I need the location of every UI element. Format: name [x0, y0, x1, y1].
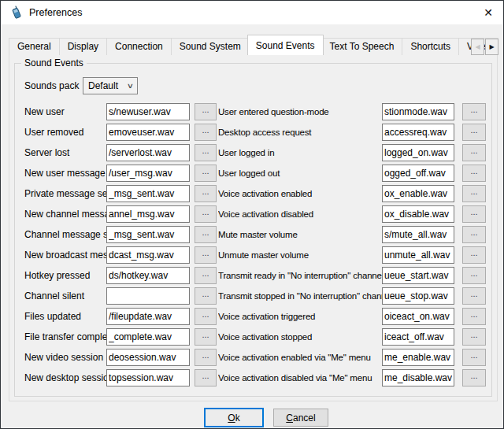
sound-file-input[interactable] [106, 246, 190, 264]
browse-button[interactable]: ... [195, 369, 217, 386]
event-label: User logged in [218, 148, 382, 157]
sound-file-input[interactable] [106, 267, 190, 284]
event-label: Channel silent [24, 290, 106, 301]
sound-event-row: New broadcast message ... Unmute master … [15, 245, 491, 265]
tab-shortcuts[interactable]: Shortcuts [402, 38, 459, 55]
browse-button[interactable]: ... [462, 349, 486, 366]
sound-file-input[interactable] [382, 165, 454, 182]
browse-button[interactable]: ... [462, 369, 486, 386]
event-label: Hotkey pressed [24, 270, 106, 281]
browse-button[interactable]: ... [195, 124, 217, 141]
sound-file-input[interactable] [106, 103, 190, 120]
event-label: Voice activation disabled via "Me" menu [218, 373, 382, 383]
event-label: Private message sent [24, 188, 106, 199]
sound-file-input[interactable] [106, 144, 190, 161]
sound-event-row: User removed ... Desktop access request … [15, 122, 491, 142]
app-icon [9, 6, 23, 20]
tab-general[interactable]: General [9, 38, 60, 55]
sound-event-row: New user ... User entered question-mode … [15, 102, 491, 122]
ok-button[interactable]: Ok [204, 408, 264, 427]
event-label: Voice activation triggered [218, 312, 382, 321]
sound-file-input[interactable] [382, 369, 454, 386]
event-label: File transfer complete [24, 331, 106, 342]
event-label: Mute master volume [218, 230, 382, 239]
sound-file-input[interactable] [382, 308, 454, 325]
sound-event-row: File transfer complete ... Voice activat… [15, 327, 491, 347]
browse-button[interactable]: ... [195, 287, 217, 305]
sound-file-input[interactable] [382, 349, 454, 366]
sound-file-input[interactable] [106, 328, 190, 346]
event-label: New user [24, 106, 106, 117]
sound-event-row: New channel message ... Voice activation… [15, 204, 491, 224]
browse-button[interactable]: ... [195, 205, 217, 223]
sound-file-input[interactable] [106, 185, 190, 202]
sound-file-input[interactable] [106, 308, 190, 325]
browse-button[interactable]: ... [462, 267, 486, 284]
sounds-pack-value: Default [88, 80, 118, 91]
browse-button[interactable]: ... [462, 185, 486, 202]
event-label: Desktop access request [218, 128, 382, 137]
sound-file-input[interactable] [382, 144, 454, 161]
tab-scrollers: ◀ ▶ [471, 39, 498, 55]
sound-file-input[interactable] [382, 103, 454, 120]
browse-button[interactable]: ... [195, 165, 217, 182]
sound-file-input[interactable] [382, 287, 454, 305]
sound-event-row: New user message ... User logged out ... [15, 163, 491, 183]
browse-button[interactable]: ... [195, 349, 217, 366]
sound-event-row: Server lost ... User logged in ... [15, 142, 491, 163]
browse-button[interactable]: ... [462, 308, 486, 325]
sounds-pack-select[interactable]: Default ∨ [83, 77, 138, 94]
tab-connection[interactable]: Connection [106, 38, 172, 55]
sound-file-input[interactable] [382, 124, 454, 141]
preferences-dialog: Preferences ✕ GeneralDisplayConnectionSo… [0, 0, 504, 429]
browse-button[interactable]: ... [195, 144, 217, 161]
browse-button[interactable]: ... [462, 328, 486, 346]
event-label: Transmit stopped in "No interruption" ch… [218, 291, 382, 301]
sound-event-row: Hotkey pressed ... Transmit ready in "No… [15, 265, 491, 286]
sound-event-row: Channel silent ... Transmit stopped in "… [15, 286, 491, 306]
tab-scroll-left-icon[interactable]: ◀ [471, 39, 484, 55]
sound-event-row: New desktop session ... Voice activation… [15, 368, 491, 388]
tab-scroll-right-icon[interactable]: ▶ [485, 39, 498, 55]
cancel-button[interactable]: Cancel [273, 409, 328, 427]
browse-button[interactable]: ... [462, 246, 486, 264]
tab-display[interactable]: Display [59, 38, 107, 55]
window-title: Preferences [29, 7, 82, 18]
sound-file-input[interactable] [382, 205, 454, 223]
browse-button[interactable]: ... [462, 124, 486, 141]
event-label: Voice activation disabled [218, 209, 382, 219]
browse-button[interactable]: ... [462, 165, 486, 182]
browse-button[interactable]: ... [195, 185, 217, 202]
event-label: New desktop session [24, 372, 106, 383]
sound-file-input[interactable] [382, 267, 454, 284]
sound-file-input[interactable] [106, 165, 190, 182]
browse-button[interactable]: ... [462, 103, 486, 120]
event-label: User removed [24, 127, 106, 138]
sound-file-input[interactable] [106, 349, 190, 366]
sound-file-input[interactable] [106, 124, 190, 141]
browse-button[interactable]: ... [195, 308, 217, 325]
sound-file-input[interactable] [106, 226, 190, 243]
tab-sound-system[interactable]: Sound System [171, 38, 250, 55]
close-icon[interactable]: ✕ [480, 4, 497, 21]
browse-button[interactable]: ... [195, 328, 217, 346]
sound-file-input[interactable] [106, 287, 190, 305]
browse-button[interactable]: ... [195, 226, 217, 243]
browse-button[interactable]: ... [195, 267, 217, 284]
sound-file-input[interactable] [382, 246, 454, 264]
event-label: Voice activation enabled [218, 189, 382, 198]
sound-file-input[interactable] [106, 369, 190, 386]
sound-file-input[interactable] [382, 226, 454, 243]
tab-sound-events[interactable]: Sound Events [247, 35, 324, 55]
browse-button[interactable]: ... [462, 144, 486, 161]
browse-button[interactable]: ... [462, 287, 486, 305]
browse-button[interactable]: ... [195, 103, 217, 120]
sound-file-input[interactable] [382, 328, 454, 346]
tab-text-to-speech[interactable]: Text To Speech [321, 38, 403, 55]
sound-file-input[interactable] [382, 185, 454, 202]
sound-file-input[interactable] [106, 205, 190, 223]
browse-button[interactable]: ... [195, 246, 217, 264]
browse-button[interactable]: ... [462, 226, 486, 243]
tab-bar: GeneralDisplayConnectionSound SystemSoun… [9, 35, 498, 55]
browse-button[interactable]: ... [462, 205, 486, 223]
